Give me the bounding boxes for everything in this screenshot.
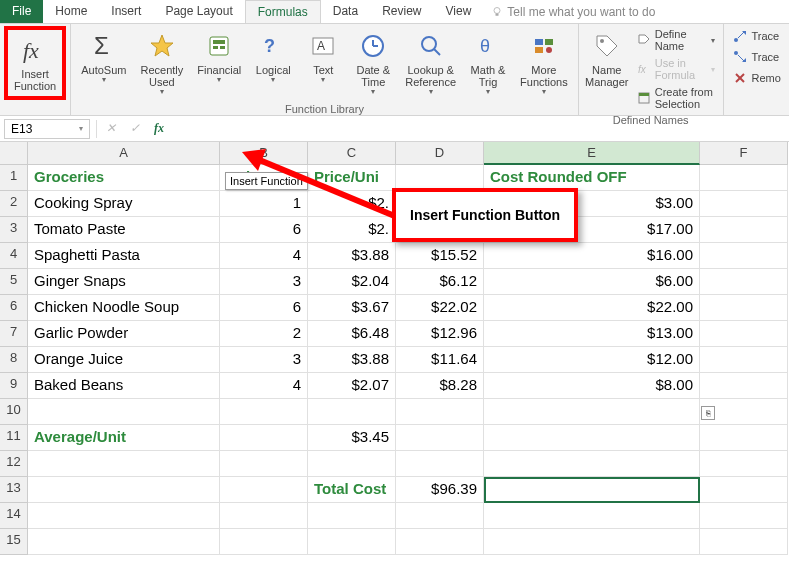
financial-button[interactable]: Financial bbox=[191, 26, 247, 89]
tab-formulas[interactable]: Formulas bbox=[245, 0, 321, 23]
row-header-9[interactable]: 9 bbox=[0, 373, 28, 399]
text-button[interactable]: A Text bbox=[299, 26, 347, 89]
cell-a8[interactable]: Orange Juice bbox=[28, 347, 220, 373]
cell-a3[interactable]: Tomato Paste bbox=[28, 217, 220, 243]
cell-e9[interactable]: $8.00 bbox=[484, 373, 700, 399]
autosum-button[interactable]: Σ AutoSum bbox=[75, 26, 132, 89]
cell-f5[interactable] bbox=[700, 269, 788, 295]
cell-f4[interactable] bbox=[700, 243, 788, 269]
cell-e12[interactable] bbox=[484, 451, 700, 477]
cell-f13[interactable] bbox=[700, 477, 788, 503]
cell-b12[interactable] bbox=[220, 451, 308, 477]
cell-c13[interactable]: Total Cost bbox=[308, 477, 396, 503]
cell-a10[interactable] bbox=[28, 399, 220, 425]
cell-b6[interactable]: 6 bbox=[220, 295, 308, 321]
row-header-15[interactable]: 15 bbox=[0, 529, 28, 555]
cell-c5[interactable]: $2.04 bbox=[308, 269, 396, 295]
cell-c11[interactable]: $3.45 bbox=[308, 425, 396, 451]
insert-function-button[interactable]: fx Insert Function bbox=[4, 26, 66, 100]
cell-a14[interactable] bbox=[28, 503, 220, 529]
cell-f3[interactable] bbox=[700, 217, 788, 243]
tab-page-layout[interactable]: Page Layout bbox=[153, 0, 244, 23]
cell-b4[interactable]: 4 bbox=[220, 243, 308, 269]
cell-e5[interactable]: $6.00 bbox=[484, 269, 700, 295]
cell-c8[interactable]: $3.88 bbox=[308, 347, 396, 373]
tab-review[interactable]: Review bbox=[370, 0, 433, 23]
cancel-formula-button[interactable]: ✕ bbox=[99, 121, 123, 136]
col-header-d[interactable]: D bbox=[396, 142, 484, 165]
cell-b10[interactable] bbox=[220, 399, 308, 425]
cell-f2[interactable] bbox=[700, 191, 788, 217]
col-header-f[interactable]: F bbox=[700, 142, 788, 165]
row-header-13[interactable]: 13 bbox=[0, 477, 28, 503]
cell-c14[interactable] bbox=[308, 503, 396, 529]
row-header-4[interactable]: 4 bbox=[0, 243, 28, 269]
cell-f1[interactable] bbox=[700, 165, 788, 191]
cell-d10[interactable] bbox=[396, 399, 484, 425]
use-in-formula-button[interactable]: fxUse in Formula▾ bbox=[633, 55, 719, 83]
trace-dependents-button[interactable]: Trace bbox=[728, 47, 785, 67]
enter-formula-button[interactable]: ✓ bbox=[123, 121, 147, 136]
cell-b15[interactable] bbox=[220, 529, 308, 555]
cell-d5[interactable]: $6.12 bbox=[396, 269, 484, 295]
cell-a9[interactable]: Baked Beans bbox=[28, 373, 220, 399]
cell-b8[interactable]: 3 bbox=[220, 347, 308, 373]
row-header-8[interactable]: 8 bbox=[0, 347, 28, 373]
name-box[interactable]: E13 bbox=[4, 119, 90, 139]
cell-d13[interactable]: $96.39 bbox=[396, 477, 484, 503]
cell-c9[interactable]: $2.07 bbox=[308, 373, 396, 399]
row-header-5[interactable]: 5 bbox=[0, 269, 28, 295]
cell-d8[interactable]: $11.64 bbox=[396, 347, 484, 373]
cell-a15[interactable] bbox=[28, 529, 220, 555]
cell-e6[interactable]: $22.00 bbox=[484, 295, 700, 321]
cell-f11[interactable] bbox=[700, 425, 788, 451]
tell-me-search[interactable]: Tell me what you want to do bbox=[483, 0, 663, 23]
fx-insert-function-button[interactable]: fx bbox=[147, 121, 171, 136]
row-header-1[interactable]: 1 bbox=[0, 165, 28, 191]
cell-f12[interactable] bbox=[700, 451, 788, 477]
cell-c12[interactable] bbox=[308, 451, 396, 477]
tab-insert[interactable]: Insert bbox=[99, 0, 153, 23]
cell-a4[interactable]: Spaghetti Pasta bbox=[28, 243, 220, 269]
cell-a6[interactable]: Chicken Noodle Soup bbox=[28, 295, 220, 321]
cell-d14[interactable] bbox=[396, 503, 484, 529]
cell-e8[interactable]: $12.00 bbox=[484, 347, 700, 373]
create-from-selection-button[interactable]: Create from Selection bbox=[633, 84, 719, 112]
cell-b14[interactable] bbox=[220, 503, 308, 529]
cell-d11[interactable] bbox=[396, 425, 484, 451]
cell-e11[interactable] bbox=[484, 425, 700, 451]
cell-b11[interactable] bbox=[220, 425, 308, 451]
name-manager-button[interactable]: Name Manager bbox=[583, 26, 631, 92]
cell-d6[interactable]: $22.02 bbox=[396, 295, 484, 321]
math-trig-button[interactable]: θ Math & Trig bbox=[464, 26, 512, 101]
row-header-11[interactable]: 11 bbox=[0, 425, 28, 451]
cell-e7[interactable]: $13.00 bbox=[484, 321, 700, 347]
cell-d7[interactable]: $12.96 bbox=[396, 321, 484, 347]
tab-home[interactable]: Home bbox=[43, 0, 99, 23]
cell-a7[interactable]: Garlic Powder bbox=[28, 321, 220, 347]
cell-c7[interactable]: $6.48 bbox=[308, 321, 396, 347]
cell-e4[interactable]: $16.00 bbox=[484, 243, 700, 269]
cell-a12[interactable] bbox=[28, 451, 220, 477]
lookup-reference-button[interactable]: Lookup & Reference bbox=[399, 26, 462, 101]
cell-a5[interactable]: Ginger Snaps bbox=[28, 269, 220, 295]
cell-b9[interactable]: 4 bbox=[220, 373, 308, 399]
row-header-12[interactable]: 12 bbox=[0, 451, 28, 477]
cell-b5[interactable]: 3 bbox=[220, 269, 308, 295]
cell-c10[interactable] bbox=[308, 399, 396, 425]
cell-a2[interactable]: Cooking Spray bbox=[28, 191, 220, 217]
col-header-a[interactable]: A bbox=[28, 142, 220, 165]
tab-view[interactable]: View bbox=[434, 0, 484, 23]
row-header-6[interactable]: 6 bbox=[0, 295, 28, 321]
formula-input[interactable] bbox=[171, 127, 789, 131]
cell-f14[interactable] bbox=[700, 503, 788, 529]
cell-f15[interactable] bbox=[700, 529, 788, 555]
more-functions-button[interactable]: More Functions bbox=[514, 26, 574, 101]
cell-a13[interactable] bbox=[28, 477, 220, 503]
row-header-10[interactable]: 10 bbox=[0, 399, 28, 425]
date-time-button[interactable]: Date & Time bbox=[349, 26, 397, 101]
cell-e14[interactable] bbox=[484, 503, 700, 529]
cell-c4[interactable]: $3.88 bbox=[308, 243, 396, 269]
row-header-7[interactable]: 7 bbox=[0, 321, 28, 347]
col-header-e[interactable]: E bbox=[484, 142, 700, 165]
